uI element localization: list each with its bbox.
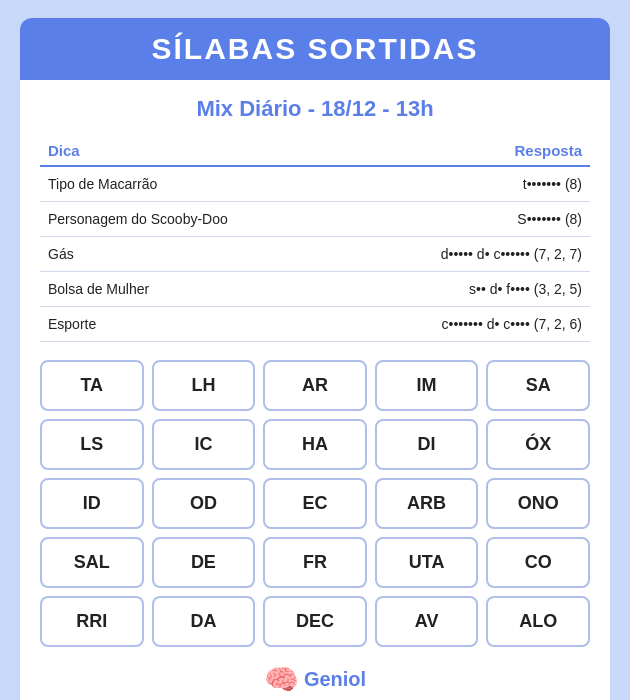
- cell-hint: Bolsa de Mulher: [40, 272, 326, 307]
- table-row: Bolsa de Mulhers•• d• f•••• (3, 2, 5): [40, 272, 590, 307]
- cell-hint: Personagem do Scooby-Doo: [40, 202, 326, 237]
- cell-answer: S••••••• (8): [326, 202, 590, 237]
- cell-hint: Tipo de Macarrão: [40, 166, 326, 202]
- syllable-cell[interactable]: DE: [152, 537, 256, 588]
- table-row: Esportec••••••• d• c•••• (7, 2, 6): [40, 307, 590, 342]
- syllable-cell[interactable]: HA: [263, 419, 367, 470]
- syllable-cell[interactable]: ALO: [486, 596, 590, 647]
- syllable-cell[interactable]: ONO: [486, 478, 590, 529]
- syllable-cell[interactable]: LS: [40, 419, 144, 470]
- syllable-cell[interactable]: IC: [152, 419, 256, 470]
- syllable-cell[interactable]: ARB: [375, 478, 479, 529]
- page-title: SÍLABAS SORTIDAS: [30, 32, 600, 66]
- title-bar: SÍLABAS SORTIDAS: [20, 18, 610, 80]
- clues-table: Dica Resposta Tipo de Macarrãot••••••• (…: [40, 136, 590, 342]
- syllable-cell[interactable]: CO: [486, 537, 590, 588]
- cell-hint: Esporte: [40, 307, 326, 342]
- syllable-cell[interactable]: FR: [263, 537, 367, 588]
- page-wrapper: SÍLABAS SORTIDAS Mix Diário - 18/12 - 13…: [0, 0, 630, 700]
- col-answer-header: Resposta: [326, 136, 590, 166]
- syllable-cell[interactable]: AR: [263, 360, 367, 411]
- cell-answer: c••••••• d• c•••• (7, 2, 6): [326, 307, 590, 342]
- syllable-cell[interactable]: ID: [40, 478, 144, 529]
- syllable-cell[interactable]: LH: [152, 360, 256, 411]
- subtitle: Mix Diário - 18/12 - 13h: [40, 96, 590, 122]
- footer: 🧠 Geniol: [40, 663, 590, 696]
- syllable-cell[interactable]: OD: [152, 478, 256, 529]
- cell-answer: s•• d• f•••• (3, 2, 5): [326, 272, 590, 307]
- syllable-cell[interactable]: SA: [486, 360, 590, 411]
- col-hint-header: Dica: [40, 136, 326, 166]
- syllable-cell[interactable]: DEC: [263, 596, 367, 647]
- brain-icon: 🧠: [264, 663, 299, 696]
- syllable-cell[interactable]: UTA: [375, 537, 479, 588]
- syllable-cell[interactable]: ÓX: [486, 419, 590, 470]
- table-row: Gásd••••• d• c•••••• (7, 2, 7): [40, 237, 590, 272]
- syllable-cell[interactable]: AV: [375, 596, 479, 647]
- table-header-row: Dica Resposta: [40, 136, 590, 166]
- syllable-cell[interactable]: EC: [263, 478, 367, 529]
- syllable-cell[interactable]: DA: [152, 596, 256, 647]
- syllable-grid: TALHARIMSALSICHADIÓXIDODECARBONOSALDEFRU…: [40, 360, 590, 647]
- table-row: Tipo de Macarrãot••••••• (8): [40, 166, 590, 202]
- cell-answer: t••••••• (8): [326, 166, 590, 202]
- syllable-cell[interactable]: SAL: [40, 537, 144, 588]
- brand-logo: 🧠 Geniol: [264, 663, 366, 696]
- syllable-cell[interactable]: DI: [375, 419, 479, 470]
- main-card: Mix Diário - 18/12 - 13h Dica Resposta T…: [20, 80, 610, 700]
- syllable-cell[interactable]: IM: [375, 360, 479, 411]
- cell-answer: d••••• d• c•••••• (7, 2, 7): [326, 237, 590, 272]
- syllable-cell[interactable]: RRI: [40, 596, 144, 647]
- table-row: Personagem do Scooby-DooS••••••• (8): [40, 202, 590, 237]
- syllable-cell[interactable]: TA: [40, 360, 144, 411]
- cell-hint: Gás: [40, 237, 326, 272]
- brand-name: Geniol: [304, 668, 366, 691]
